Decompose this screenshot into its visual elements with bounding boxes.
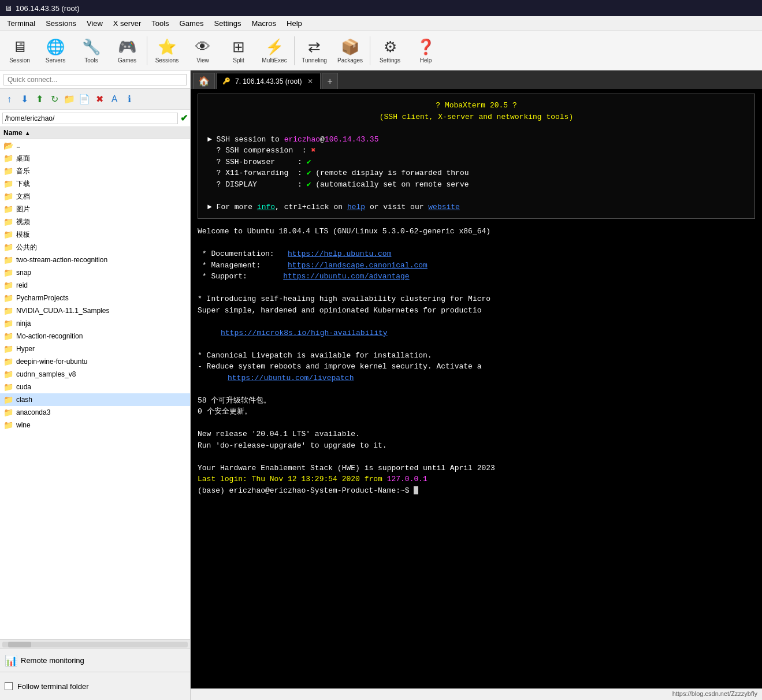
ft-download[interactable]: ⬇	[17, 92, 31, 106]
file-item[interactable]: 📁公共的	[0, 241, 190, 254]
microk8s-line1: * Introducing self-healing high availabi…	[198, 293, 755, 305]
menu-xserver[interactable]: X server	[109, 18, 146, 29]
menu-terminal[interactable]: Terminal	[2, 18, 40, 29]
file-item[interactable]: 📂..	[0, 139, 190, 152]
file-item[interactable]: 📁文档	[0, 190, 190, 203]
menu-tools[interactable]: Tools	[147, 18, 173, 29]
ft-upload[interactable]: ⬆	[32, 92, 46, 106]
toolbar-view[interactable]: 👁 View	[185, 33, 220, 68]
file-item[interactable]: 📁reid	[0, 279, 190, 292]
mgmt-line: * Management: https://landscape.canonica…	[198, 260, 755, 271]
quick-connect-input[interactable]	[3, 74, 187, 85]
menu-games[interactable]: Games	[175, 18, 209, 29]
ft-new-file[interactable]: 📄	[77, 92, 91, 106]
toolbar-session[interactable]: 🖥 Session	[2, 33, 37, 68]
toolbar-settings[interactable]: ⚙ Settings	[373, 33, 407, 68]
toolbar-split[interactable]: ⊞ Split	[221, 33, 256, 68]
parent-dir-icon: 📂	[3, 141, 13, 150]
file-item[interactable]: 📁NVIDIA_CUDA-11.1_Samples	[0, 304, 190, 317]
split-label: Split	[233, 57, 244, 64]
file-item[interactable]: 📁clash	[0, 393, 190, 406]
toolbar-tunneling[interactable]: ⇄ Tunneling	[297, 33, 332, 68]
file-item[interactable]: 📁模板	[0, 228, 190, 241]
multiexec-icon: ⚡	[265, 38, 284, 56]
menu-sessions[interactable]: Sessions	[41, 18, 81, 29]
folder-icon: 📁	[3, 357, 13, 366]
title-icon: 🖥	[5, 4, 12, 13]
toolbar-games[interactable]: 🎮 Games	[110, 33, 144, 68]
right-panel: 🏠 🔑 7. 106.14.43.35 (root) ✕ + ? MobaXte…	[191, 70, 762, 700]
path-input[interactable]	[2, 113, 178, 124]
folder-icon: 📁	[3, 204, 13, 214]
upgradable-line: 58 个可升级软件包。	[198, 395, 755, 407]
toolbar-servers[interactable]: 🌐 Servers	[38, 33, 73, 68]
file-item[interactable]: 📁Mo-action-recognition	[0, 330, 190, 342]
terminal-content[interactable]: ? MobaXterm 20.5 ? (SSH client, X-server…	[191, 89, 762, 688]
view-label: View	[196, 57, 209, 64]
ft-rename[interactable]: A	[107, 92, 121, 106]
file-name: 文档	[16, 192, 30, 202]
tab-close-btn[interactable]: ✕	[306, 77, 314, 85]
ft-new-folder[interactable]: 📁	[62, 92, 76, 106]
toolbar-sessions[interactable]: ⭐ Sessions	[150, 33, 184, 68]
file-name: cudnn_samples_v8	[16, 370, 76, 378]
new-release-line1: New release '20.04.1 LTS' available.	[198, 429, 755, 440]
scroll-thumb[interactable]	[8, 642, 31, 647]
file-list[interactable]: 📂..📁桌面📁音乐📁下载📁文档📁图片📁视频📁模板📁公共的📁two-stream-…	[0, 139, 190, 639]
file-name: ..	[16, 142, 20, 150]
menu-macros[interactable]: Macros	[247, 18, 281, 29]
file-item[interactable]: 📁PycharmProjects	[0, 292, 190, 304]
file-item[interactable]: 📁图片	[0, 203, 190, 215]
file-item[interactable]: 📁cudnn_samples_v8	[0, 368, 190, 381]
file-item[interactable]: 📁音乐	[0, 165, 190, 177]
file-list-scrollbar[interactable]	[0, 639, 190, 649]
follow-folder-checkbox[interactable]	[5, 682, 13, 690]
remote-monitoring-btn[interactable]: 📊 Remote monitoring	[0, 649, 190, 672]
ft-refresh[interactable]: ↻	[47, 92, 61, 106]
ft-delete[interactable]: ✖	[92, 92, 106, 106]
file-item[interactable]: 📁cuda	[0, 381, 190, 393]
file-item[interactable]: 📁下载	[0, 177, 190, 190]
toolbar-packages[interactable]: 📦 Packages	[333, 33, 367, 68]
new-tab-btn[interactable]: +	[322, 73, 337, 89]
folder-icon: 📁	[3, 306, 13, 315]
file-item[interactable]: 📁deepin-wine-for-ubuntu	[0, 355, 190, 368]
file-item[interactable]: 📁two-stream-action-recognition	[0, 254, 190, 266]
file-name: anaconda3	[16, 408, 50, 416]
toolbar-sep-1	[147, 36, 147, 65]
file-name: clash	[16, 396, 32, 404]
file-item[interactable]: 📁snap	[0, 266, 190, 279]
toolbar: 🖥 Session 🌐 Servers 🔧 Tools 🎮 Games ⭐ Se…	[0, 31, 762, 70]
menu-settings[interactable]: Settings	[210, 18, 246, 29]
file-item[interactable]: 📁Hyper	[0, 342, 190, 355]
folder-icon: 📁	[3, 255, 13, 265]
new-file-icon: 📄	[79, 94, 90, 105]
folder-icon: 📁	[3, 395, 13, 404]
ft-info[interactable]: ℹ	[122, 92, 136, 106]
menu-help[interactable]: Help	[282, 18, 307, 29]
tab-active[interactable]: 🔑 7. 106.14.43.35 (root) ✕	[216, 73, 321, 89]
menu-view[interactable]: View	[82, 18, 107, 29]
file-item[interactable]: 📁anaconda3	[0, 406, 190, 419]
folder-icon: 📁	[3, 281, 13, 290]
file-item[interactable]: 📁视频	[0, 215, 190, 228]
file-item[interactable]: 📁桌面	[0, 152, 190, 165]
title-bar: 🖥 106.14.43.35 (root)	[0, 0, 762, 16]
folder-icon: 📁	[3, 166, 13, 176]
toolbar-help[interactable]: ❓ Help	[408, 33, 443, 68]
ft-up-dir[interactable]: ↑	[2, 92, 16, 106]
toolbar-tools[interactable]: 🔧 Tools	[74, 33, 109, 68]
file-item[interactable]: 📁wine	[0, 419, 190, 431]
toolbar-multiexec[interactable]: ⚡ MultiExec	[257, 33, 292, 68]
hwe-line: Your Hardware Enablement Stack (HWE) is …	[198, 463, 755, 474]
session-icon: 🖥	[12, 38, 27, 56]
doc-line: * Documentation: https://help.ubuntu.com	[198, 248, 755, 260]
tab-home-btn[interactable]: 🏠	[193, 73, 215, 89]
folder-icon: 📁	[3, 332, 13, 341]
tab-title: 7. 106.14.43.35 (root)	[235, 77, 302, 85]
file-item[interactable]: 📁ninja	[0, 317, 190, 330]
file-name: deepin-wine-for-ubuntu	[16, 358, 87, 366]
settings-icon: ⚙	[384, 38, 397, 56]
packages-label: Packages	[337, 57, 363, 64]
ssh-compression-line: ? SSH compression : ✖	[207, 145, 745, 157]
